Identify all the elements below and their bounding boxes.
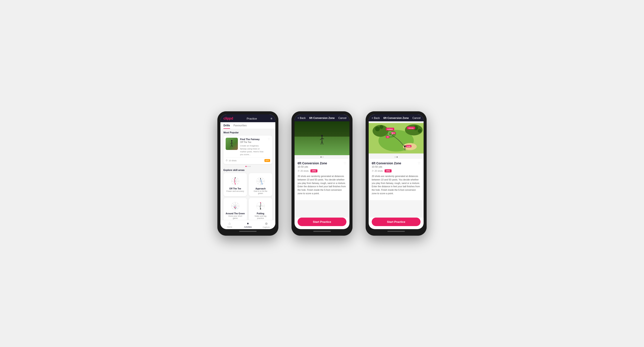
phone1-header: clippd Practice ≡ [220,114,275,122]
start-practice-button-2[interactable]: Start Practice [298,218,346,226]
phone3-header-title: 6ft Conversion Zone [384,117,409,120]
img-dot-3-1[interactable] [394,156,396,158]
ott-badge: OTT [264,159,270,162]
activities-icon: ♦ [247,221,249,225]
drill-header-3: 6ft Conversion Zone 10-50 yds ♡ [372,162,420,168]
featured-drill-card[interactable]: Find The Fairway Off The Tee Create an i… [224,136,272,164]
clock-icon: ⏱ [226,159,228,162]
svg-point-33 [260,208,261,209]
drill-detail-2: 6ft Conversion Zone 10-50 yds ♡ ⏱ 20 sho… [294,159,350,200]
svg-point-29 [235,208,236,209]
cancel-button-3[interactable]: Cancel [412,117,420,120]
phone-2: < Back 6ft Conversion Zone Cancel [292,111,352,236]
drill-info: Find The Fairway Off The Tee Create an i… [240,138,266,156]
fav-button-2[interactable]: ♡ [344,162,346,165]
svg-point-0 [231,140,232,141]
skill-card-ott[interactable]: Off The Tee Power and accuracy [224,173,247,196]
bottom-nav: ⌂ Home ♦ Activities ⊕ Capture [220,220,275,229]
tabs-bar: Drills Favourites [220,122,275,129]
drill-detail-3: 6ft Conversion Zone 10-50 yds ♡ ⏱ 20 sho… [369,159,424,200]
shots-count: 10 shots [229,159,236,162]
dot-3[interactable] [250,166,250,167]
start-practice-button-3[interactable]: Start Practice [372,218,420,226]
phone1-content: Most Popular [220,129,275,220]
back-button[interactable]: < Back [298,117,306,120]
shots-badge-3: ⏱ 20 shots [372,170,383,172]
drill-title: Find The Fairway [240,138,266,141]
drill-name-container: 6ft Conversion Zone 10-50 yds [298,162,327,168]
svg-point-50 [380,125,384,129]
dot-1[interactable] [246,166,246,167]
drill-desc-3: 20 shots are randomly generated at dista… [372,175,420,197]
phone-3: < Back 6ft Conversion Zone Cancel [366,111,427,236]
svg-point-36 [262,206,262,206]
carousel-dots [224,166,272,167]
atg-name: Around The Green [226,212,245,215]
svg-text:ROUGH: ROUGH [408,127,414,129]
svg-text:FAIRWAY: FAIRWAY [387,129,393,130]
fav-button-3[interactable]: ♡ [418,162,420,165]
menu-icon[interactable]: ≡ [270,117,272,120]
svg-point-34 [260,202,261,203]
atg-desc: Hone your short game [226,215,245,219]
shots-info: ⏱ 10 shots [226,159,236,162]
skills-grid: Off The Tee Power and accuracy [224,173,272,220]
arg-badge-2: ARG [310,169,318,172]
dot-2[interactable] [248,166,248,167]
phone2-content: 6ft Conversion Zone 10-50 yds ♡ ⏱ 20 sho… [294,121,350,218]
home-indicator-1 [239,231,256,232]
approach-desc: Dial-in to hit the green [251,190,270,194]
skill-card-approach[interactable]: Approach Dial-in to hit the green [249,173,272,196]
back-button-3[interactable]: < Back [372,117,380,120]
ott-desc: Power and accuracy [226,190,244,192]
svg-point-26 [236,207,236,208]
drill-range-3: 10-50 yds [372,165,401,168]
ott-icon-container [230,176,241,187]
atg-icon-container [230,201,241,211]
img-dot-2[interactable] [322,156,324,158]
phone2-header-title: 6ft Conversion Zone [309,117,335,120]
cancel-button[interactable]: Cancel [338,117,346,120]
tab-drills[interactable]: Drills [224,122,230,129]
skill-card-putting[interactable]: Putting Make and lag practice [249,198,272,220]
drill-description: Create an imaginary fairway using trees … [240,144,266,156]
nav-activities[interactable]: ♦ Activities [239,221,257,228]
phone2-header: < Back 6ft Conversion Zone Cancel [294,114,350,121]
header-title: Practice [246,117,257,120]
img-dot-1[interactable] [320,156,322,158]
phones-container: clippd Practice ≡ Drills Favourites Most… [217,111,427,236]
most-popular-title: Most Popular [224,131,272,134]
skill-card-atg[interactable]: Around The Green Hone your short game [224,198,247,220]
phone3-content: FAIRWAY ROUGH Miss Hit SAND [369,121,424,218]
image-dots-3 [369,155,424,159]
drill-header-2: 6ft Conversion Zone 10-50 yds ♡ [298,162,346,168]
putting-name: Putting [257,212,264,215]
capture-icon: ⊕ [265,221,268,226]
clock-icon-3: ⏱ [372,170,374,172]
svg-point-27 [234,206,234,207]
svg-line-42 [322,141,323,144]
clock-icon-2: ⏱ [298,170,300,172]
img-dot-3-2[interactable] [396,156,398,158]
svg-point-49 [375,127,380,131]
drill-image-photo [294,121,350,155]
svg-line-41 [321,141,322,144]
svg-point-37 [321,135,323,137]
tab-favourites[interactable]: Favourites [234,122,247,129]
svg-point-28 [236,208,237,208]
shots-count-2: 20 shots [300,170,309,172]
favourite-button[interactable]: ♡ [268,138,270,141]
svg-point-64 [404,145,406,147]
drill-range-2: 10-50 yds [298,165,327,168]
explore-title: Explore skill areas [224,169,272,171]
nav-capture[interactable]: ⊕ Capture [257,221,275,228]
drill-subtitle: Off The Tee [240,141,266,143]
drill-desc-2: 20 shots are randomly generated at dista… [298,175,346,197]
nav-home[interactable]: ⌂ Home [220,221,239,228]
shots-badge-2: ⏱ 20 shots [298,170,309,172]
app-logo: clippd [224,117,233,121]
card-footer: ⏱ 10 shots OTT [226,158,270,162]
svg-line-5 [232,145,232,147]
drill-image-map: FAIRWAY ROUGH Miss Hit SAND [369,121,424,155]
svg-text:SAND: SAND [407,146,411,147]
